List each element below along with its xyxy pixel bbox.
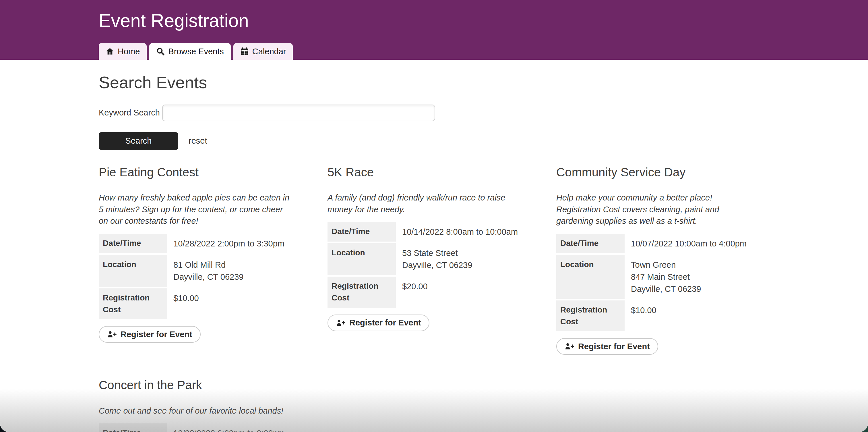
register-for-event-button[interactable]: Register for Event <box>99 326 200 343</box>
user-plus-icon <box>565 342 575 351</box>
main-content: Search Events Keyword Search Search rese… <box>0 73 868 432</box>
row-value: $10.00 <box>167 288 199 319</box>
event-title: Concert in the Park <box>99 378 291 393</box>
app-header: Event Registration Home Browse Events <box>0 0 868 60</box>
row-value: 81 Old Mill RdDayville, CT 06239 <box>167 255 243 287</box>
row-value: 10/03/2022 6:00pm to 9:00pm <box>167 423 284 432</box>
search-form: Keyword Search <box>99 105 782 121</box>
event-card: Pie Eating Contest How many freshly bake… <box>99 165 291 343</box>
row-value-line: Dayville, CT 06239 <box>402 259 472 271</box>
row-value-line: $10.00 <box>174 292 199 304</box>
event-row: Date/Time 10/14/2022 8:00am to 10:00am <box>328 222 520 241</box>
home-icon <box>105 47 114 56</box>
row-value-line: Dayville, CT 06239 <box>174 271 243 283</box>
event-row: Date/Time 10/07/2022 10:00am to 4:00pm <box>556 234 749 253</box>
row-value: Town Green847 Main StreetDayville, CT 06… <box>625 255 701 299</box>
event-row: Registration Cost $10.00 <box>99 288 291 319</box>
row-label: Date/Time <box>556 234 625 253</box>
row-label: Registration Cost <box>99 288 167 319</box>
event-row: Location Town Green847 Main StreetDayvil… <box>556 255 749 299</box>
browser-page: Event Registration Home Browse Events <box>0 0 868 432</box>
tab-label: Browse Events <box>168 47 224 56</box>
row-label: Location <box>328 243 396 275</box>
row-value-line: 10/03/2022 6:00pm to 9:00pm <box>174 427 284 432</box>
event-card: Community Service Day Help make your com… <box>556 165 749 355</box>
row-value: 53 State StreetDayville, CT 06239 <box>396 243 472 275</box>
keyword-search-label: Keyword Search <box>99 108 162 117</box>
search-events-heading: Search Events <box>99 73 782 92</box>
event-detail-table: Date/Time 10/07/2022 10:00am to 4:00pm L… <box>556 234 749 331</box>
register-for-event-button[interactable]: Register for Event <box>328 315 429 331</box>
search-button[interactable]: Search <box>99 132 178 150</box>
register-button-label: Register for Event <box>578 342 650 351</box>
user-plus-icon <box>336 319 346 327</box>
events-grid: Pie Eating Contest How many freshly bake… <box>99 165 782 432</box>
row-value-line: 847 Main Street <box>631 271 701 283</box>
row-value: 10/07/2022 10:00am to 4:00pm <box>625 234 747 253</box>
row-value: $20.00 <box>396 277 428 307</box>
row-value-line: 10/07/2022 10:00am to 4:00pm <box>631 237 747 250</box>
row-value-line: Dayville, CT 06239 <box>631 283 701 295</box>
event-detail-table: Date/Time 10/03/2022 6:00pm to 9:00pm Lo… <box>99 423 291 432</box>
tab-calendar[interactable]: Calendar <box>234 43 293 60</box>
row-value-line: $20.00 <box>402 280 428 292</box>
tab-label: Calendar <box>252 47 286 56</box>
event-row: Date/Time 10/03/2022 6:00pm to 9:00pm <box>99 423 291 432</box>
tab-label: Home <box>118 47 140 56</box>
tab-browse-events[interactable]: Browse Events <box>149 43 230 60</box>
row-value-line: $10.00 <box>631 304 656 316</box>
event-title: Pie Eating Contest <box>99 165 291 180</box>
row-value-line: 10/28/2022 2:00pm to 3:30pm <box>174 237 284 250</box>
row-value: $10.00 <box>625 300 656 331</box>
event-description: How many freshly baked apple pies can be… <box>99 192 291 227</box>
calendar-icon <box>240 47 249 56</box>
register-button-label: Register for Event <box>121 330 192 339</box>
row-label: Date/Time <box>99 234 167 253</box>
event-description: A family (and dog) friendly walk/run rac… <box>328 192 520 215</box>
event-title: 5K Race <box>328 165 520 180</box>
row-value-line: 53 State Street <box>402 247 472 259</box>
tab-home[interactable]: Home <box>99 43 147 60</box>
register-button-label: Register for Event <box>349 318 421 327</box>
row-value: 10/28/2022 2:00pm to 3:30pm <box>167 234 284 253</box>
search-actions: Search reset <box>99 132 782 150</box>
page-title: Event Registration <box>0 0 868 32</box>
row-label: Location <box>99 255 167 287</box>
row-label: Date/Time <box>328 222 396 241</box>
reset-link[interactable]: reset <box>189 136 207 146</box>
event-title: Community Service Day <box>556 165 749 180</box>
event-card: 5K Race A family (and dog) friendly walk… <box>328 165 520 331</box>
main-nav: Home Browse Events <box>99 43 293 60</box>
row-label: Date/Time <box>99 423 167 432</box>
event-description: Come out and see four of our favorite lo… <box>99 405 291 417</box>
event-row: Date/Time 10/28/2022 2:00pm to 3:30pm <box>99 234 291 253</box>
row-label: Registration Cost <box>328 277 396 307</box>
row-label: Registration Cost <box>556 300 625 331</box>
event-detail-table: Date/Time 10/14/2022 8:00am to 10:00am L… <box>328 222 520 307</box>
user-plus-icon <box>107 330 117 339</box>
register-for-event-button[interactable]: Register for Event <box>556 338 658 355</box>
row-label: Location <box>556 255 625 299</box>
event-detail-table: Date/Time 10/28/2022 2:00pm to 3:30pm Lo… <box>99 234 291 319</box>
event-description: Help make your community a better place!… <box>556 192 749 227</box>
event-row: Location 81 Old Mill RdDayville, CT 0623… <box>99 255 291 287</box>
event-row: Registration Cost $20.00 <box>328 277 520 307</box>
keyword-search-input[interactable] <box>162 105 435 121</box>
row-value-line: 10/14/2022 8:00am to 10:00am <box>402 226 518 238</box>
row-value-line: 81 Old Mill Rd <box>174 259 243 271</box>
event-row: Location 53 State StreetDayville, CT 062… <box>328 243 520 275</box>
search-icon <box>156 47 165 56</box>
row-value: 10/14/2022 8:00am to 10:00am <box>396 222 518 241</box>
event-row: Registration Cost $10.00 <box>556 300 749 331</box>
row-value-line: Town Green <box>631 259 701 271</box>
event-card: Concert in the Park Come out and see fou… <box>99 378 291 432</box>
